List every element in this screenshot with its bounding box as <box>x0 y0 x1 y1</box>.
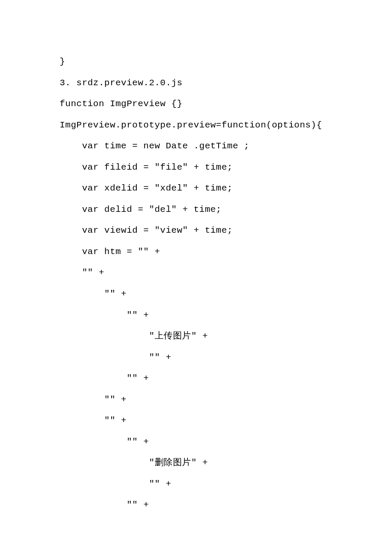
code-line: 3. srdz.preview.2.0.js <box>60 72 332 94</box>
code-line: var fileid = "file" + time; <box>60 157 332 178</box>
code-line: function ImgPreview {} <box>60 93 332 115</box>
code-line: "" + <box>60 347 332 368</box>
code-line: } <box>60 51 332 72</box>
code-line: "" + <box>60 262 332 283</box>
code-line: "" + <box>60 368 332 389</box>
code-line: "" + <box>60 494 332 516</box>
document-page: }3. srdz.preview.2.0.jsfunction ImgPrevi… <box>0 0 392 516</box>
code-line: ImgPreview.prototype.preview=function(op… <box>60 115 332 136</box>
code-line: "" + <box>60 410 332 431</box>
code-line: "上传图片" + <box>60 326 332 347</box>
code-line: var viewid = "view" + time; <box>60 220 332 241</box>
code-line: "" + <box>60 389 332 410</box>
code-line: "删除图片" + <box>60 452 332 474</box>
code-line: var xdelid = "xdel" + time; <box>60 178 332 199</box>
code-line: "" + <box>60 431 332 453</box>
code-line: var htm = "" + <box>60 241 332 263</box>
code-line: var delid = "del" + time; <box>60 199 332 220</box>
code-line: "" + <box>60 474 332 495</box>
code-line: "" + <box>60 305 332 326</box>
code-line: var time = new Date .getTime ; <box>60 136 332 157</box>
code-line: "" + <box>60 283 332 305</box>
